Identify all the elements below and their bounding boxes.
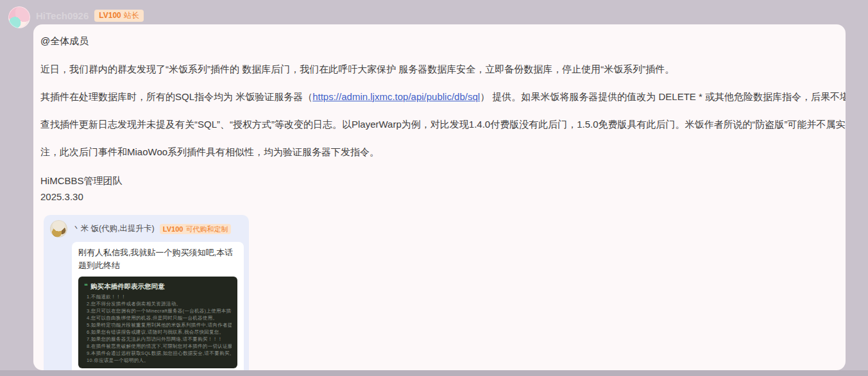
- signature-date: 2025.3.30: [40, 189, 835, 205]
- post-content-card: @全体成员 近日，我们群内的群友发现了“米饭系列”插件的 数据库后门，我们在此呼…: [33, 24, 846, 370]
- quoted-post-card: 丶米 饭(代购,出提升卡) LV100 可代购和定制 刚有人私信我,我就贴一个购…: [44, 215, 249, 370]
- paragraph-changelog: 查找插件更新日志发现并未提及有关“SQL”、“授权方式”等改变的日志。以Play…: [40, 117, 835, 131]
- terms-item: 8.在插件被恶意破解使用的情况下,可限制您对本插件的一切认证服务的访问。: [87, 343, 232, 350]
- terms-item: 10.你应该是一个聪明的人。: [87, 357, 232, 364]
- badge-level: LV100: [99, 11, 121, 21]
- green-quote-icon: ❝: [84, 283, 88, 289]
- paragraph-sql-after: ） 提供。如果米饭将服务器提供的值改为 DELETE * 或其他危险数据库指令，…: [480, 91, 846, 102]
- terms-item: 3.您只可以在您拥有的一个Minecraft服务器(一台机器)上使用本插件。: [87, 307, 232, 314]
- quoted-post-header: 丶米 饭(代购,出提升卡) LV100 可代购和定制: [50, 220, 243, 237]
- paragraph-warning: 近日，我们群内的群友发现了“米饭系列”插件的 数据库后门，我们在此呼吁大家保护 …: [40, 62, 835, 76]
- author-avatar[interactable]: [8, 6, 30, 28]
- terms-item: 5.如果特定功能片段被重复用到其他的米饭系列插件中,请向作者提出建议。: [87, 321, 232, 329]
- terms-title-row: ❝ 购买本插件即表示您同意: [84, 282, 232, 291]
- quoted-message-text: 刚有人私信我,我就贴一个购买须知吧,本话题到此终结: [78, 246, 237, 272]
- forum-post-page: { "post": { "author": "HiTech0926", "bad…: [0, 0, 868, 376]
- quoted-message-bubble: 刚有人私信我,我就贴一个购买须知吧,本话题到此终结 ❝ 购买本插件即表示您同意 …: [72, 242, 244, 370]
- paragraph-sql-before: 其插件在处理数据库时，所有的SQL指令均为 米饭验证服务器（: [40, 91, 312, 102]
- terms-item: 9.本插件会通过远程获取SQL数据,如您担心数据安全,请不要购买。: [87, 350, 232, 357]
- author-level-badge: LV100 站长: [94, 10, 143, 22]
- purchase-terms-image[interactable]: ❝ 购买本插件即表示您同意 1.不能退款！！！ 2.您不得分发插件或者倒卖相关资…: [78, 277, 237, 368]
- mention-all-members[interactable]: @全体成员: [40, 34, 835, 47]
- quoted-badge-role: 可代购和定制: [185, 225, 228, 234]
- paragraph-note: 注，此次后门事件和MiaoWoo系列插件具有相似性，均为验证服务器下发指令。: [40, 145, 835, 158]
- verification-server-link[interactable]: https://admin.ljxmc.top/api/public/db/sq…: [312, 91, 480, 102]
- terms-title-text: 购买本插件即表示您同意: [90, 282, 165, 291]
- post-header: HiTech0926 LV100 站长: [36, 10, 144, 22]
- paragraph-sql-server: 其插件在处理数据库时，所有的SQL指令均为 米饭验证服务器（https://ad…: [40, 90, 835, 103]
- terms-item: 2.您不得分发插件或者倒卖相关资源活动。: [87, 300, 232, 307]
- terms-item: 1.不能退款！！！: [87, 293, 232, 300]
- quoted-author-badge: LV100 可代购和定制: [160, 224, 232, 234]
- terms-item: 4.您可以自由换绑使用的机器,但是同时只能一台机器使用。: [87, 314, 232, 321]
- quoted-author-avatar[interactable]: [50, 220, 67, 237]
- page-bottom-strip: [0, 370, 868, 376]
- quoted-author-name[interactable]: 丶米 饭(代购,出提升卡): [72, 223, 155, 234]
- quoted-badge-level: LV100: [163, 225, 183, 234]
- badge-role: 站长: [124, 11, 139, 21]
- terms-list: 1.不能退款！！！ 2.您不得分发插件或者倒卖相关资源活动。 3.您只可以在您拥…: [84, 293, 232, 364]
- terms-item: 6.如果您有错误报告或建议,请随时与我联系,我会尽快回复您。: [87, 329, 232, 336]
- author-name[interactable]: HiTech0926: [36, 10, 89, 21]
- signature-team: HiMCBBS管理团队: [40, 173, 835, 189]
- terms-item: 7.如果您的服务器无法从内部访问外部网络,请不要购买！！！: [87, 336, 232, 343]
